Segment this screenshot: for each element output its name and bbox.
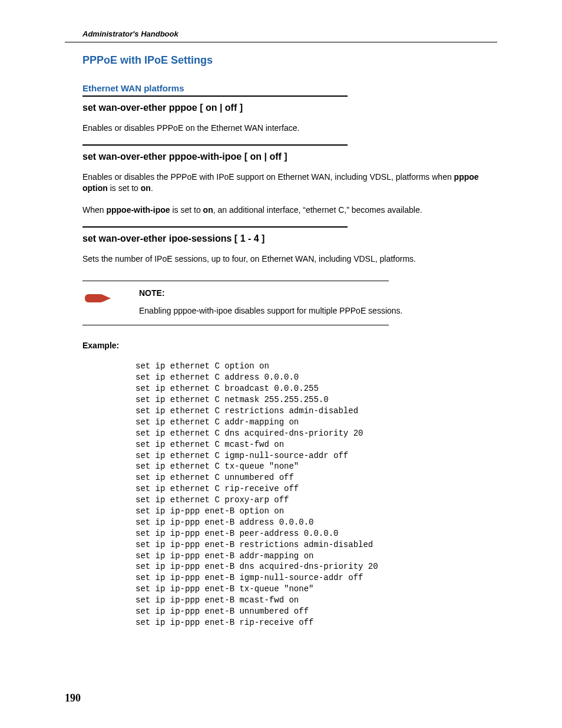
- note-label: NOTE:: [139, 288, 402, 298]
- text: is set to: [170, 205, 203, 215]
- note-text: Enabling pppoe-with-ipoe disables suppor…: [139, 306, 402, 315]
- running-header: Administrator's Handbook: [82, 29, 497, 38]
- body-text: Enables or disables the PPPoE with IPoE …: [82, 172, 497, 194]
- divider: [82, 226, 348, 228]
- code-block: set ip ethernet C option on set ip ether…: [135, 361, 497, 628]
- divider: [82, 144, 348, 146]
- note-block: NOTE: Enabling pppoe-with-ipoe disables …: [82, 281, 497, 325]
- text: Enables or disables the PPPoE with IPoE …: [82, 172, 454, 182]
- divider: [82, 95, 348, 97]
- body-text: When pppoe-with-ipoe is set to on, an ad…: [82, 205, 497, 216]
- bold-text: on: [141, 183, 151, 193]
- body-text: Enables or disables PPPoE on the Etherne…: [82, 123, 497, 134]
- note-content: NOTE: Enabling pppoe-with-ipoe disables …: [113, 288, 402, 315]
- text: , an additional interface, “ethernet C,”…: [213, 205, 422, 215]
- text: is set to: [108, 183, 141, 193]
- section-title: PPPoE with IPoE Settings: [82, 54, 497, 67]
- header-rule: [65, 42, 497, 42]
- pointing-hand-icon: [82, 288, 113, 309]
- text: .: [151, 183, 153, 193]
- command-heading: set wan-over-ether ipoe-sessions [ 1 - 4…: [82, 233, 497, 244]
- example-label: Example:: [82, 341, 497, 350]
- bold-text: pppoe-with-ipoe: [106, 205, 170, 215]
- note-row: NOTE: Enabling pppoe-with-ipoe disables …: [82, 281, 497, 321]
- page: Administrator's Handbook PPPoE with IPoE…: [0, 0, 562, 728]
- command-heading: set wan-over-ether pppoe [ on | off ]: [82, 103, 497, 113]
- bold-text: on: [203, 205, 213, 215]
- command-heading: set wan-over-ether pppoe-with-ipoe [ on …: [82, 151, 497, 162]
- text: When: [82, 205, 106, 215]
- page-number: 190: [65, 692, 81, 704]
- body-text: Sets the number of IPoE sessions, up to …: [82, 253, 497, 265]
- content: PPPoE with IPoE Settings Ethernet WAN pl…: [65, 54, 497, 628]
- subsection-title: Ethernet WAN platforms: [82, 83, 497, 93]
- note-rule-bottom: [82, 325, 389, 325]
